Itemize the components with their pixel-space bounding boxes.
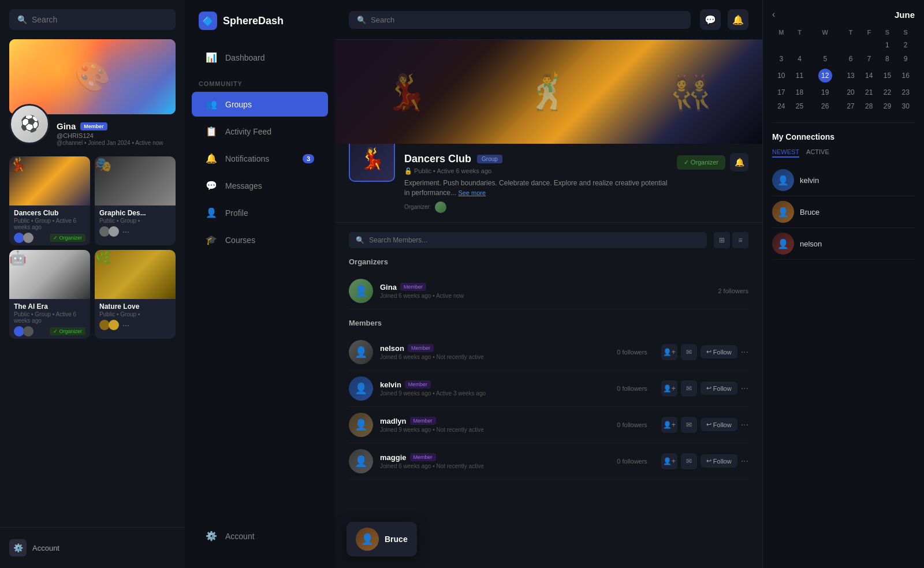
organizer-button[interactable]: ✓ Organizer bbox=[677, 155, 725, 170]
cal-cell[interactable]: 1 bbox=[878, 38, 897, 52]
more-menu-madlyn[interactable]: ··· bbox=[741, 420, 748, 430]
cal-day-t1: T bbox=[791, 27, 809, 38]
group-card-dancers[interactable]: 💃 Dancers Club Public • Group • Active 6… bbox=[9, 156, 90, 245]
chat-button[interactable]: 💬 bbox=[700, 9, 721, 30]
nav-item-account[interactable]: ⚙️ Account bbox=[192, 524, 328, 548]
cal-cell[interactable]: 2 bbox=[896, 38, 915, 52]
organizer-info-gina: Gina Member Joined 6 weeks ago • Active … bbox=[380, 283, 711, 299]
nav-item-courses[interactable]: 🎓 Courses bbox=[192, 227, 328, 252]
cal-cell[interactable]: 20 bbox=[841, 85, 860, 99]
add-friend-button-madlyn[interactable]: 👤+ bbox=[661, 417, 677, 433]
cal-cell[interactable]: 13 bbox=[841, 66, 860, 85]
grid-view-button[interactable]: ⊞ bbox=[714, 232, 730, 248]
follow-button-madlyn[interactable]: ↩ Follow bbox=[701, 418, 737, 431]
group-card-sub-ai: Public • Group • Active 6 weeks ago bbox=[14, 311, 85, 324]
cal-cell[interactable]: 28 bbox=[860, 99, 878, 113]
add-friend-button-kelvin[interactable]: 👤+ bbox=[661, 380, 677, 397]
cal-cell[interactable]: 5 bbox=[808, 52, 841, 66]
cal-cell[interactable]: 25 bbox=[791, 99, 809, 113]
account-row[interactable]: ⚙️ Account bbox=[9, 535, 176, 561]
left-bottom: ⚙️ Account bbox=[0, 527, 185, 568]
cal-cell[interactable]: 18 bbox=[791, 85, 809, 99]
message-button-madlyn[interactable]: ✉ bbox=[681, 417, 697, 433]
member-role-nelson: Member bbox=[408, 344, 434, 352]
message-button-maggie[interactable]: ✉ bbox=[681, 453, 697, 469]
members-search-input[interactable] bbox=[369, 236, 700, 244]
more-menu-nelson[interactable]: ··· bbox=[741, 347, 748, 357]
notification-button[interactable]: 🔔 bbox=[728, 9, 748, 30]
top-search-box[interactable]: 🔍 bbox=[349, 11, 691, 29]
cal-cell[interactable]: 10 bbox=[772, 66, 791, 85]
cal-cell[interactable]: 15 bbox=[878, 66, 897, 85]
cal-cell[interactable]: 8 bbox=[878, 52, 897, 66]
account-label: Account bbox=[32, 544, 59, 552]
members-search-box[interactable]: 🔍 bbox=[349, 232, 707, 248]
nav-item-activity[interactable]: 📋 Activity Feed bbox=[192, 119, 328, 144]
nav-item-profile[interactable]: 👤 Profile bbox=[192, 200, 328, 225]
cal-cell[interactable] bbox=[808, 38, 841, 52]
cal-cell[interactable]: 11 bbox=[791, 66, 809, 85]
group-card-graphic[interactable]: 🎭 Graphic Des... Public • Group • ··· bbox=[95, 156, 176, 245]
top-search-input[interactable] bbox=[371, 16, 683, 24]
organizer-role-gina: Member bbox=[400, 283, 426, 291]
message-button-nelson[interactable]: ✉ bbox=[681, 344, 697, 360]
cal-cell[interactable]: 3 bbox=[772, 52, 791, 66]
cal-cell[interactable]: 4 bbox=[791, 52, 809, 66]
follow-button-nelson[interactable]: ↩ Follow bbox=[701, 345, 737, 358]
cal-cell[interactable] bbox=[791, 38, 809, 52]
left-search-box[interactable]: 🔍 bbox=[9, 9, 176, 30]
cal-cell[interactable]: 17 bbox=[772, 85, 791, 99]
add-friend-button-nelson[interactable]: 👤+ bbox=[661, 344, 677, 360]
list-view-button[interactable]: ≡ bbox=[732, 232, 748, 248]
cal-cell[interactable]: 26 bbox=[808, 99, 841, 113]
cal-cell[interactable]: 30 bbox=[896, 99, 915, 113]
nav-item-messages[interactable]: 💬 Messages bbox=[192, 173, 328, 198]
group-card-ai[interactable]: 🤖 The AI Era Public • Group • Active 6 w… bbox=[9, 250, 90, 339]
follow-button-kelvin[interactable]: ↩ Follow bbox=[701, 382, 737, 395]
cal-cell[interactable]: 23 bbox=[896, 85, 915, 99]
cal-cell[interactable]: 21 bbox=[860, 85, 878, 99]
more-icon[interactable]: ··· bbox=[122, 227, 129, 236]
nav-label-messages: Messages bbox=[225, 181, 262, 190]
follow-button-maggie[interactable]: ↩ Follow bbox=[701, 454, 737, 468]
nav-item-dashboard[interactable]: 📊 Dashboard bbox=[192, 45, 328, 70]
brand-name: SphereDash bbox=[223, 15, 284, 27]
cal-cell[interactable] bbox=[841, 38, 860, 52]
cal-cell[interactable]: 27 bbox=[841, 99, 860, 113]
cal-cell-today[interactable]: 12 bbox=[808, 66, 841, 85]
dashboard-icon: 📊 bbox=[206, 52, 217, 63]
cal-cell[interactable] bbox=[772, 38, 791, 52]
cal-cell[interactable]: 7 bbox=[860, 52, 878, 66]
group-header-info: Dancers Club Group 🔓 Public • Active 6 w… bbox=[404, 153, 668, 213]
cal-cell[interactable] bbox=[860, 38, 878, 52]
member-followers-maggie: 0 followers bbox=[617, 458, 647, 465]
more-menu-maggie[interactable]: ··· bbox=[741, 456, 748, 466]
cal-cell[interactable]: 24 bbox=[772, 99, 791, 113]
add-friend-button-maggie[interactable]: 👤+ bbox=[661, 453, 677, 469]
calendar-prev-button[interactable]: ‹ bbox=[772, 9, 775, 20]
connections-tabs: NEWEST ACTIVE bbox=[772, 148, 915, 158]
floating-card-bruce[interactable]: 👤 Bruce bbox=[346, 522, 417, 556]
cal-cell[interactable]: 29 bbox=[878, 99, 897, 113]
bell-button[interactable]: 🔔 bbox=[730, 153, 748, 171]
cal-day-s1: S bbox=[878, 27, 897, 38]
connections-tab-active[interactable]: ACTIVE bbox=[806, 148, 829, 158]
member-row-nelson: 👤 nelson Member Joined 6 weeks ago • Not… bbox=[349, 334, 748, 371]
group-card-nature[interactable]: 🌿 Nature Love Public • Group • ··· bbox=[95, 250, 176, 339]
left-search-input[interactable] bbox=[32, 15, 167, 24]
member-role-madlyn: Member bbox=[410, 417, 436, 425]
cal-cell[interactable]: 6 bbox=[841, 52, 860, 66]
cal-cell[interactable]: 19 bbox=[808, 85, 841, 99]
avatar: ⚽ bbox=[9, 104, 50, 144]
connections-tab-newest[interactable]: NEWEST bbox=[772, 148, 799, 158]
message-button-kelvin[interactable]: ✉ bbox=[681, 380, 697, 397]
cal-cell[interactable]: 9 bbox=[896, 52, 915, 66]
more-menu-kelvin[interactable]: ··· bbox=[741, 383, 748, 394]
more-icon-nature[interactable]: ··· bbox=[122, 320, 129, 330]
cal-cell[interactable]: 16 bbox=[896, 66, 915, 85]
nav-item-groups[interactable]: 👥 Groups bbox=[192, 92, 328, 117]
nav-item-notifications[interactable]: 🔔 Notifications 3 bbox=[192, 146, 328, 171]
cal-cell[interactable]: 14 bbox=[860, 66, 878, 85]
cal-cell[interactable]: 22 bbox=[878, 85, 897, 99]
see-more-link[interactable]: See more bbox=[458, 189, 486, 196]
